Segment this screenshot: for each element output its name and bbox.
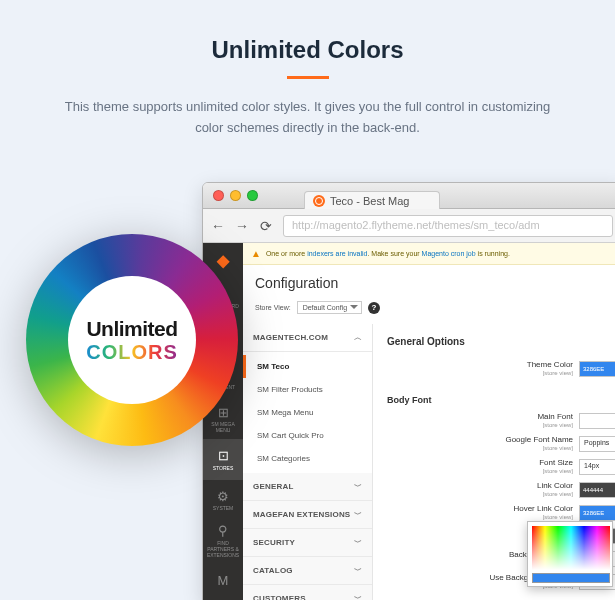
menu-section-label: MAGENTECH.COM <box>253 333 328 342</box>
chevron-down-icon: ﹀ <box>354 565 362 576</box>
traffic-lights[interactable] <box>213 190 258 201</box>
config-menu: MAGENTECH.COM ︿ SM Teco SM Filter Produc… <box>243 324 373 600</box>
menu-section-catalog[interactable]: CATALOG﹀ <box>243 557 372 585</box>
browser-toolbar: ← → ⟳ http://magento2.flytheme.net/theme… <box>203 209 615 243</box>
minimize-icon[interactable] <box>230 190 241 201</box>
url-input[interactable]: http://magento2.flytheme.net/themes/sm_t… <box>283 215 613 237</box>
favicon-icon <box>313 195 325 207</box>
stores-icon: ⊡ <box>218 448 229 464</box>
font-size-input[interactable]: 14px <box>579 459 615 475</box>
hero-subtitle: This theme supports unlimited color styl… <box>0 97 615 157</box>
theme-color-swatch[interactable]: 3286EE <box>579 361 615 377</box>
color-preview <box>532 573 610 583</box>
sidebar-label: FIND PARTNERS & EXTENSIONS <box>205 540 241 558</box>
zoom-icon[interactable] <box>247 190 258 201</box>
menu-subitems: SM Teco SM Filter Products SM Mega Menu … <box>243 352 372 473</box>
wheel-line2: COLORS <box>86 341 178 364</box>
chevron-up-icon: ︿ <box>354 332 362 343</box>
close-icon[interactable] <box>213 190 224 201</box>
menu-section-label: CATALOG <box>253 566 293 575</box>
field-label: Theme Color[store view] <box>527 361 573 376</box>
menu-section-label: SECURITY <box>253 538 295 547</box>
tab-title: Teco - Best Mag <box>330 195 409 207</box>
alert-link-indexers[interactable]: indexers are invalid <box>307 250 367 257</box>
store-view-row: Store View: Default Config ? <box>243 297 615 324</box>
sidebar-item-magento[interactable]: M <box>203 561 243 600</box>
color-picker-popup[interactable] <box>527 521 613 587</box>
menu-section-label: GENERAL <box>253 482 294 491</box>
sidebar-label: STORES <box>213 465 233 471</box>
hero-title: Unlimited Colors <box>0 0 615 64</box>
field-label: Hover Link Color[store view] <box>513 505 573 520</box>
panel-heading: General Options <box>387 336 615 347</box>
browser-tab[interactable]: Teco - Best Mag <box>304 191 440 209</box>
field-label: Font Size[store view] <box>539 459 573 474</box>
wheel-text: Unlimited COLORS <box>86 317 178 364</box>
wheel-line1: Unlimited <box>86 317 178 341</box>
alert-text: One or more indexers are invalid. Make s… <box>266 250 510 257</box>
field-google-font: Google Font Name[store view] Poppins <box>387 436 615 452</box>
reload-button[interactable]: ⟳ <box>259 219 273 233</box>
chevron-down-icon: ﹀ <box>354 509 362 520</box>
field-label: Main Font[store view] <box>537 413 573 428</box>
field-label: Link Color[store view] <box>537 482 573 497</box>
menu-section-security[interactable]: SECURITY﹀ <box>243 529 372 557</box>
accent-divider <box>287 76 329 79</box>
chevron-down-icon: ﹀ <box>354 593 362 600</box>
gear-icon: ⚙ <box>217 489 229 505</box>
menu-section-magentech[interactable]: MAGENTECH.COM ︿ <box>243 324 372 352</box>
menu-section-customers[interactable]: CUSTOMERS﹀ <box>243 585 372 600</box>
browser-titlebar: Teco - Best Mag <box>203 183 615 209</box>
main-font-select[interactable] <box>579 413 615 429</box>
sidebar-label: SYSTEM <box>213 505 234 511</box>
menu-section-general[interactable]: GENERAL﹀ <box>243 473 372 501</box>
help-icon[interactable]: ? <box>368 302 380 314</box>
field-hover-link-color: Hover Link Color[store view] 3286EE <box>387 505 615 521</box>
menu-section-label: CUSTOMERS <box>253 594 306 600</box>
chevron-down-icon: ﹀ <box>354 481 362 492</box>
chevron-down-icon: ﹀ <box>354 537 362 548</box>
sidebar-item-partners[interactable]: ⚲FIND PARTNERS & EXTENSIONS <box>203 520 243 560</box>
field-main-font: Main Font[store view] <box>387 413 615 429</box>
page-title: Configuration <box>243 265 615 297</box>
link-color-swatch[interactable]: 444444 <box>579 482 615 498</box>
menu-section-label: MAGEFAN EXTENSIONS <box>253 510 350 519</box>
system-alert: ▲ One or more indexers are invalid. Make… <box>243 243 615 265</box>
forward-button[interactable]: → <box>235 219 249 233</box>
m-icon: M <box>218 573 229 589</box>
color-gradient[interactable] <box>532 526 610 570</box>
sub-item-categories[interactable]: SM Categories <box>243 447 372 470</box>
sub-item-cart[interactable]: SM Cart Quick Pro <box>243 424 372 447</box>
google-font-input[interactable]: Poppins <box>579 436 615 452</box>
color-wheel-badge: Unlimited COLORS <box>26 234 238 446</box>
warning-icon: ▲ <box>251 248 261 259</box>
browser-window: Teco - Best Mag ← → ⟳ http://magento2.fl… <box>202 182 615 600</box>
sub-item-sm-teco[interactable]: SM Teco <box>243 355 372 378</box>
back-button[interactable]: ← <box>211 219 225 233</box>
sidebar-item-system[interactable]: ⚙SYSTEM <box>203 480 243 520</box>
field-link-color: Link Color[store view] 444444 <box>387 482 615 498</box>
store-view-select[interactable]: Default Config <box>297 301 362 314</box>
field-font-size: Font Size[store view] 14px <box>387 459 615 475</box>
menu-section-magefan[interactable]: MAGEFAN EXTENSIONS﹀ <box>243 501 372 529</box>
store-view-label: Store View: <box>255 304 291 311</box>
field-theme-color: Theme Color[store view] 3286EE <box>387 361 615 377</box>
body-font-heading: Body Font <box>387 395 615 405</box>
hover-link-swatch[interactable]: 3286EE <box>579 505 615 521</box>
sub-item-filter[interactable]: SM Filter Products <box>243 378 372 401</box>
sub-item-megamenu[interactable]: SM Mega Menu <box>243 401 372 424</box>
alert-link-cron[interactable]: Magento cron job <box>422 250 476 257</box>
search-icon: ⚲ <box>218 523 228 539</box>
field-label: Google Font Name[store view] <box>505 436 573 451</box>
